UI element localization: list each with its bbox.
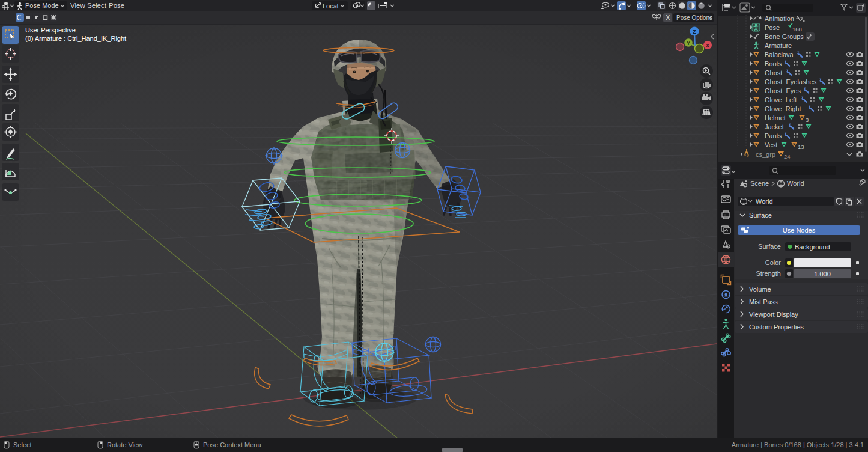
svg-text:168: 168 (792, 26, 802, 32)
svg-text:Surface: Surface (749, 212, 772, 219)
svg-text:Scene: Scene (750, 180, 769, 187)
svg-text:Surface: Surface (758, 243, 781, 250)
svg-text:Ghost_Eyes: Ghost_Eyes (765, 87, 801, 94)
svg-text:Strength: Strength (756, 270, 781, 277)
svg-text:Balaclava: Balaclava (765, 51, 794, 58)
svg-text:Helmet: Helmet (765, 114, 786, 121)
svg-text:1.000: 1.000 (814, 270, 831, 278)
svg-text:Select: Select (13, 441, 32, 448)
svg-text:Volume: Volume (749, 286, 771, 293)
svg-text:Rotate View: Rotate View (107, 441, 142, 448)
svg-text:Pants: Pants (765, 132, 782, 139)
svg-text:Pose: Pose (765, 24, 780, 31)
svg-text:Y: Y (687, 40, 690, 46)
svg-text:Pose Context Menu: Pose Context Menu (203, 441, 261, 448)
svg-text:Glove_Right: Glove_Right (765, 105, 801, 112)
svg-text:24: 24 (784, 153, 791, 160)
svg-text:Mist Pass: Mist Pass (749, 298, 778, 305)
svg-text:Ghost_Eyelashes: Ghost_Eyelashes (765, 78, 817, 85)
svg-text:Bone Groups: Bone Groups (765, 33, 804, 40)
svg-text:cs_grp: cs_grp (756, 151, 775, 158)
svg-text:Glove_Left: Glove_Left (765, 96, 797, 103)
svg-text:Color: Color (765, 259, 782, 266)
svg-text:Ghost: Ghost (765, 69, 782, 76)
svg-text:Use Nodes: Use Nodes (783, 227, 816, 234)
svg-text:X: X (706, 43, 709, 49)
svg-text:Boots: Boots (765, 60, 782, 67)
svg-text:Z: Z (693, 29, 696, 35)
svg-text:Background: Background (795, 243, 830, 251)
svg-text:3: 3 (806, 117, 809, 123)
svg-text:Custom Properties: Custom Properties (749, 323, 804, 331)
svg-text:Animation: Animation (765, 15, 794, 22)
svg-text:13: 13 (798, 144, 804, 150)
svg-text:World: World (756, 198, 773, 205)
svg-text:Armature | Bones:0/168 | Objec: Armature | Bones:0/168 | Objects:1/28 | … (732, 441, 864, 448)
svg-text:Viewport Display: Viewport Display (749, 311, 798, 318)
svg-text:Vest: Vest (765, 141, 777, 148)
svg-text:Jacket: Jacket (765, 123, 784, 130)
svg-text:World: World (787, 180, 804, 187)
svg-text:Armature: Armature (765, 42, 792, 49)
